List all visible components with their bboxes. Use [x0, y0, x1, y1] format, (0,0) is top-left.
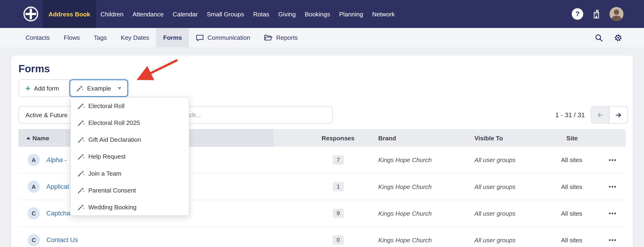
topnav-item-rotas[interactable]: Rotas	[249, 0, 274, 28]
example-menu-item[interactable]: Join a Team	[70, 165, 189, 182]
site-cell: All sites	[561, 237, 582, 244]
pagination: 1 - 31 / 31	[555, 106, 628, 124]
form-initial-avatar: C	[28, 207, 40, 220]
topnav-item-children[interactable]: Children	[96, 0, 128, 28]
brand-cell: Kings Hope Church	[378, 156, 432, 163]
brand-cell: Kings Hope Church	[378, 237, 432, 244]
example-menu-item[interactable]: Electoral Roll 2025	[70, 114, 189, 131]
example-menu-item-label: Electoral Roll	[88, 102, 124, 109]
wand-icon	[77, 136, 84, 143]
column-header-name[interactable]: Name	[32, 134, 49, 141]
example-menu-item-label: Join a Team	[88, 170, 122, 177]
churchsuite-logo-icon[interactable]	[23, 6, 39, 22]
topnav-item-network[interactable]: Network	[368, 0, 399, 28]
site-cell: All sites	[561, 210, 582, 217]
wand-icon	[77, 170, 84, 177]
page-title: Forms	[18, 63, 50, 75]
column-header-visible-to[interactable]: Visible To	[474, 134, 503, 141]
help-icon[interactable]: ?	[572, 8, 583, 20]
column-header-brand[interactable]: Brand	[378, 134, 396, 141]
subnav-label-communication: Communication	[208, 34, 250, 41]
row-actions-button[interactable]: •••	[604, 237, 622, 243]
subnav-item-flows[interactable]: Flows	[57, 28, 87, 48]
pagination-label: 1 - 31 / 31	[555, 111, 585, 119]
forms-card: Forms + Add form Example Active & Fut	[11, 56, 633, 247]
topnav-item-bookings[interactable]: Bookings	[300, 0, 334, 28]
search-input[interactable]	[169, 106, 333, 124]
brand-cell: Kings Hope Church	[378, 183, 432, 190]
status-filter-value: Active & Future	[26, 111, 68, 118]
wand-icon	[77, 186, 84, 194]
example-menu-item[interactable]: Electoral Roll	[70, 98, 189, 114]
next-page-button[interactable]	[609, 106, 628, 124]
user-avatar[interactable]	[610, 7, 624, 21]
form-initial-avatar: A	[28, 181, 40, 193]
topnav-item-planning[interactable]: Planning	[334, 0, 368, 28]
table-row: C Contact Us 0 Kings Hope Church All use…	[18, 227, 626, 247]
visible-to-cell: All user groups	[474, 237, 516, 244]
example-menu-item[interactable]: Parental Consent	[70, 182, 189, 199]
example-menu-item[interactable]: Gift Aid Declaration	[70, 131, 189, 148]
topnav-item-attendance[interactable]: Attendance	[128, 0, 168, 28]
subnav-item-key-dates[interactable]: Key Dates	[114, 28, 156, 48]
row-actions-button[interactable]: •••	[604, 210, 622, 216]
example-menu-item-label: Parental Consent	[88, 187, 136, 194]
topbar-right: ?	[572, 0, 644, 28]
brand-cell: Kings Hope Church	[378, 210, 432, 217]
example-dropdown-button[interactable]: Example	[70, 79, 128, 97]
forms-actions: + Add form Example	[18, 79, 128, 97]
sub-nav: Contacts Flows Tags Key Dates Forms Comm…	[0, 28, 644, 48]
topnav-item-small-groups[interactable]: Small Groups	[202, 0, 248, 28]
responses-badge: 9	[333, 209, 344, 218]
example-menu-item-label: Gift Aid Declaration	[88, 136, 141, 143]
column-header-site[interactable]: Site	[566, 134, 578, 141]
wand-icon	[77, 153, 84, 160]
building-icon[interactable]	[592, 9, 600, 19]
form-name-link[interactable]: Alpha -	[46, 156, 66, 164]
form-name-link[interactable]: Contact Us	[46, 236, 78, 244]
subnav-label-reports: Reports	[276, 34, 298, 41]
visible-to-cell: All user groups	[474, 156, 516, 163]
search-icon[interactable]	[595, 34, 603, 42]
visible-to-cell: All user groups	[474, 183, 516, 190]
chat-icon	[196, 34, 204, 41]
column-header-responses[interactable]: Responses	[293, 134, 354, 141]
subnav-item-tags[interactable]: Tags	[87, 28, 114, 48]
example-menu-item-label: Wedding Booking	[88, 203, 136, 210]
topnav-item-address-book[interactable]: Address Book	[43, 0, 96, 28]
responses-badge: 0	[333, 235, 344, 245]
form-initial-avatar: C	[28, 234, 40, 246]
row-actions-button[interactable]: •••	[604, 183, 622, 190]
wand-icon	[77, 119, 84, 127]
visible-to-cell: All user groups	[474, 210, 516, 217]
plus-icon: +	[26, 84, 30, 92]
add-form-button[interactable]: + Add form	[18, 79, 70, 97]
responses-badge: 7	[333, 155, 344, 165]
wand-icon	[77, 102, 84, 110]
wand-icon	[77, 203, 84, 211]
subnav-item-communication[interactable]: Communication	[189, 28, 257, 48]
example-menu-item-label: Help Request	[88, 153, 126, 160]
example-label: Example	[87, 85, 111, 92]
prev-page-button[interactable]	[591, 106, 610, 124]
folder-icon	[264, 34, 272, 41]
subnav-item-forms[interactable]: Forms	[156, 28, 189, 48]
settings-gear-icon[interactable]	[614, 33, 623, 42]
sort-ascending-icon	[26, 137, 30, 139]
example-menu-item[interactable]: Help Request	[70, 148, 189, 165]
topnav-item-calendar[interactable]: Calendar	[168, 0, 202, 28]
row-actions-button[interactable]: •••	[604, 157, 622, 163]
form-name-link[interactable]: Applicat	[46, 183, 69, 190]
site-cell: All sites	[561, 183, 582, 190]
form-initial-avatar: A	[28, 154, 40, 166]
site-cell: All sites	[561, 156, 582, 163]
responses-badge: 1	[333, 182, 344, 191]
subnav-item-contacts[interactable]: Contacts	[18, 28, 57, 48]
wand-icon	[76, 84, 84, 92]
example-menu-item[interactable]: Wedding Booking	[70, 199, 189, 215]
example-menu-item-label: Electoral Roll 2025	[88, 119, 140, 126]
topnav-item-giving[interactable]: Giving	[274, 0, 300, 28]
subnav-right	[595, 28, 644, 48]
example-dropdown-menu: Electoral Roll Electoral Roll 2025	[70, 97, 190, 216]
subnav-item-reports[interactable]: Reports	[257, 28, 305, 48]
